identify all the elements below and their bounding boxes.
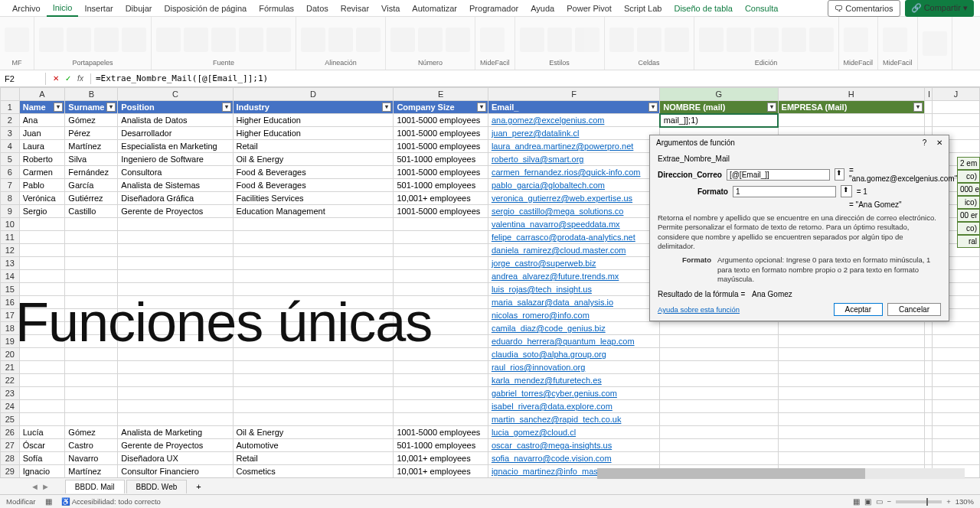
- table-header[interactable]: EMPRESA (Mail)▾: [778, 101, 924, 114]
- row-header[interactable]: 5: [1, 153, 20, 166]
- email-link[interactable]: daniela_ramirez@cloud.master.com: [492, 246, 626, 255]
- row-header[interactable]: 15: [1, 283, 20, 296]
- menu-vista[interactable]: Vista: [375, 1, 406, 16]
- col-header[interactable]: H: [778, 88, 924, 101]
- param2-input[interactable]: [733, 186, 836, 197]
- dialog-close-icon[interactable]: ✕: [936, 138, 942, 147]
- collapse-icon[interactable]: ⬆: [835, 168, 844, 181]
- col-header[interactable]: [1, 88, 20, 101]
- table-row[interactable]: 28SofíaNavarroDiseñadora UXRetail10,001+…: [1, 452, 980, 465]
- tab-nav-icons[interactable]: ◄ ►: [31, 482, 50, 491]
- menu-ayuda[interactable]: Ayuda: [524, 1, 560, 16]
- name-box[interactable]: F2: [0, 73, 46, 85]
- menu-insertar[interactable]: Insertar: [78, 1, 119, 16]
- row-header[interactable]: 22: [1, 374, 20, 387]
- macro-icon[interactable]: ▦: [45, 497, 52, 506]
- col-header[interactable]: G: [660, 88, 778, 101]
- email-link[interactable]: andrea_alvarez@future.trends.mx: [492, 272, 619, 281]
- table-row[interactable]: 26LucíaGómezAnalista de MarketingOil & E…: [1, 426, 980, 439]
- ribbon-item[interactable]: [809, 28, 834, 52]
- menu-dibujar[interactable]: Dibujar: [119, 1, 158, 16]
- row-header[interactable]: 16: [1, 296, 20, 309]
- ribbon-item[interactable]: [266, 28, 291, 52]
- zoom-out-icon[interactable]: −: [887, 497, 892, 506]
- ribbon-item[interactable]: [637, 28, 662, 52]
- row-header[interactable]: 14: [1, 270, 20, 283]
- row-header[interactable]: 20: [1, 348, 20, 361]
- ribbon-item[interactable]: [480, 28, 505, 52]
- email-link[interactable]: lucia_gomez@cloud.cl: [492, 428, 576, 437]
- cancel-formula-icon[interactable]: ✕: [51, 73, 61, 84]
- menu-programador[interactable]: Programador: [463, 1, 524, 16]
- row-header[interactable]: 21: [1, 361, 20, 374]
- row-header[interactable]: 27: [1, 439, 20, 452]
- email-link[interactable]: ana.gomez@excelgenius.com: [492, 116, 605, 125]
- view-normal-icon[interactable]: ▦: [853, 497, 860, 506]
- dialog-help-icon[interactable]: ?: [923, 138, 927, 147]
- row-header[interactable]: 11: [1, 231, 20, 244]
- menu-fórmulas[interactable]: Fórmulas: [253, 1, 300, 16]
- row-header[interactable]: 13: [1, 257, 20, 270]
- filter-icon[interactable]: ▾: [767, 103, 776, 112]
- ribbon-item[interactable]: [609, 28, 634, 52]
- ribbon-item[interactable]: [699, 28, 724, 52]
- ribbon-item[interactable]: [39, 28, 64, 52]
- table-row[interactable]: 20claudia_soto@alpha.group.org: [1, 348, 980, 361]
- ribbon-item[interactable]: [67, 28, 91, 52]
- ribbon-item[interactable]: [754, 28, 779, 52]
- menu-inicio[interactable]: Inicio: [47, 0, 79, 17]
- filter-icon[interactable]: ▾: [913, 103, 923, 112]
- zoom-in-icon[interactable]: +: [946, 497, 951, 506]
- row-header[interactable]: 4: [1, 140, 20, 153]
- row-header[interactable]: 26: [1, 426, 20, 439]
- email-link[interactable]: nicolas_romero@info.com: [492, 311, 590, 320]
- row-header[interactable]: 29: [1, 465, 20, 478]
- horizontal-scrollbar[interactable]: [597, 468, 965, 479]
- email-link[interactable]: pablo_garcia@globaltech.com: [492, 181, 605, 190]
- table-header[interactable]: Email_▾: [488, 101, 659, 114]
- filter-icon[interactable]: ▾: [222, 103, 231, 112]
- email-link[interactable]: isabel_rivera@data.explore.com: [492, 402, 612, 411]
- row-header[interactable]: 18: [1, 322, 20, 335]
- email-link[interactable]: camila_diaz@code_genius.biz: [492, 324, 606, 333]
- tab-inactive[interactable]: BBDD. Web: [126, 480, 188, 493]
- menu-revisar[interactable]: Revisar: [335, 1, 375, 16]
- table-header[interactable]: NOMBRE (mail)▾: [660, 101, 778, 114]
- ribbon-item[interactable]: [239, 28, 263, 52]
- ribbon-item[interactable]: [883, 28, 907, 52]
- row-header[interactable]: 7: [1, 179, 20, 192]
- email-link[interactable]: carmen_fernandez.rios@quick-info.com: [492, 168, 641, 177]
- table-row[interactable]: 27ÓscarCastroGerente de ProyectosAutomot…: [1, 439, 980, 452]
- email-link[interactable]: raul_rios@innovation.org: [492, 363, 585, 372]
- table-header[interactable]: Company Size▾: [394, 101, 488, 114]
- email-link[interactable]: valentina_navarro@speeddata.mx: [492, 220, 620, 229]
- email-link[interactable]: jorge_castro@superweb.biz: [492, 259, 596, 268]
- ribbon-item[interactable]: [211, 28, 236, 52]
- email-link[interactable]: claudia_soto@alpha.group.org: [492, 350, 606, 359]
- row-header[interactable]: 24: [1, 400, 20, 413]
- table-row[interactable]: 21raul_rios@innovation.org: [1, 361, 980, 374]
- view-layout-icon[interactable]: ▣: [864, 497, 871, 506]
- row-header[interactable]: 10: [1, 218, 20, 231]
- email-link[interactable]: laura_andrea.martinez@powerpro.net: [492, 142, 633, 151]
- row-header[interactable]: 2: [1, 114, 20, 127]
- row-header[interactable]: 9: [1, 205, 20, 218]
- menu-consulta[interactable]: Consulta: [739, 1, 784, 16]
- cancel-button[interactable]: Cancelar: [887, 303, 941, 316]
- row-header[interactable]: 19: [1, 335, 20, 348]
- ribbon-item[interactable]: [727, 28, 751, 52]
- ribbon-item[interactable]: [418, 28, 443, 52]
- email-link[interactable]: sergio_castillo@mega_solutions.co: [492, 207, 624, 216]
- ribbon-item[interactable]: [156, 28, 181, 52]
- menu-script-lab[interactable]: Script Lab: [618, 1, 668, 16]
- col-header[interactable]: B: [65, 88, 118, 101]
- menu-automatizar[interactable]: Automatizar: [406, 1, 463, 16]
- row-header[interactable]: 12: [1, 244, 20, 257]
- accept-formula-icon[interactable]: ✓: [63, 73, 74, 84]
- table-header[interactable]: Name▾: [19, 101, 65, 114]
- col-header[interactable]: E: [394, 88, 488, 101]
- ribbon-item[interactable]: [5, 28, 29, 52]
- zoom-level[interactable]: 130%: [956, 497, 974, 506]
- ribbon-item[interactable]: [844, 28, 868, 52]
- col-header[interactable]: D: [233, 88, 394, 101]
